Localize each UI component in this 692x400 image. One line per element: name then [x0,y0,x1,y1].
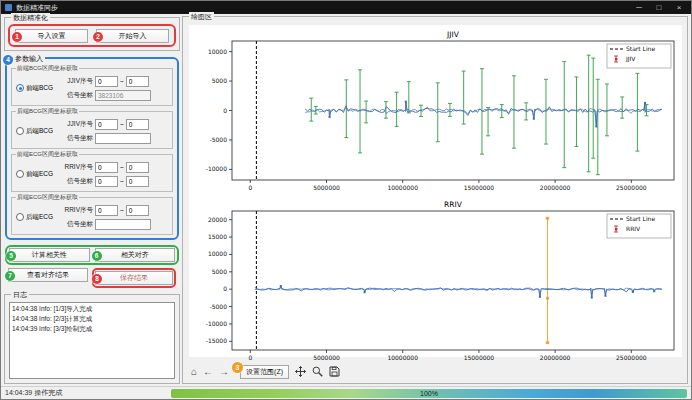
svg-text:15000000: 15000000 [464,184,495,191]
param-group-legend: 后端BCG区间坐标获取 [16,108,79,115]
svg-text:20000: 20000 [208,216,227,223]
set-range-button[interactable]: 设置范围(Z) [240,365,289,379]
svg-text:0: 0 [248,354,252,361]
svg-text:5000000: 5000000 [313,354,340,361]
set-range-wrap: 3 设置范围(Z) [235,365,289,379]
radio-back-ecg[interactable]: 后端ECG [14,213,60,222]
svg-text:15000000: 15000000 [464,354,495,361]
progress-bar: 100% [171,389,687,398]
radio-label: 后端BCG [26,127,53,136]
control-panel: 数据精准化 1 导入设置 2 开始导入 4 参数输入 前端BCG区间坐标获取 [4,16,180,384]
front-bcg-signal-coord-input[interactable] [95,90,151,101]
rriv-chart: 0500000010000000150000002000000025000000… [190,197,681,363]
correlation-align-button[interactable]: 6 相关对齐 [95,248,176,262]
range-separator: ~ [120,78,124,85]
svg-text:0: 0 [223,107,227,114]
svg-text:25000000: 25000000 [616,184,647,191]
view-align-result-label: 查看对齐结果 [27,270,69,280]
jjiv-index-label: JJIV序号 [60,120,93,129]
annotation-step-2: 2 [93,32,103,42]
radio-front-ecg[interactable]: 前端ECG [14,170,60,179]
radio-front-bcg[interactable]: 前端BCG [14,84,60,93]
radio-icon [16,127,24,135]
annotation-step-7: 7 [5,271,15,281]
back-bcg-jjiv-end-input[interactable] [126,119,149,130]
svg-text:15000: 15000 [208,233,227,240]
back-bcg-jjiv-start-input[interactable] [95,119,118,130]
front-ecg-coord-end-input[interactable] [126,176,149,187]
start-import-button[interactable]: 2 开始导入 [96,29,169,43]
plot-area-group: 绘图区 050000001000000015000000200000002500… [182,16,688,384]
svg-text:Start Line: Start Line [626,45,655,52]
svg-text:10000000: 10000000 [387,354,418,361]
zoom-icon[interactable] [312,366,323,377]
svg-text:20000000: 20000000 [540,184,571,191]
correlation-align-label: 相关对齐 [121,250,149,260]
save-result-button[interactable]: 8 保存结果 [95,271,173,285]
svg-text:JJIV: JJIV [446,30,460,39]
maximize-icon[interactable]: □ [651,1,667,14]
minimize-icon[interactable]: ─ [631,1,647,14]
import-settings-label: 导入设置 [38,31,66,41]
radio-back-bcg[interactable]: 后端BCG [14,127,60,136]
svg-text:RRIV: RRIV [626,225,641,232]
radio-icon [16,170,24,178]
params-title: 参数输入 [13,54,45,63]
front-ecg-coord-start-input[interactable] [95,176,118,187]
svg-text:20000000: 20000000 [540,354,571,361]
annotation-step-5: 5 [6,251,16,261]
back-ecg-rriv-start-input[interactable] [95,205,118,216]
log-entry: 14:04:38 Info: [2/3]计算完成 [12,314,172,324]
svg-text:10000: 10000 [208,250,227,257]
param-group-back-bcg: 后端BCG区间坐标获取 后端BCG JJIV序号 ~ [11,111,173,149]
front-ecg-rriv-start-input[interactable] [95,162,118,173]
svg-text:10000000: 10000000 [387,184,418,191]
back-icon[interactable]: ← [203,366,213,377]
home-icon[interactable]: ⌂ [191,366,197,377]
annotation-step-4: 4 [3,55,13,65]
svg-text:5000000: 5000000 [313,184,340,191]
front-bcg-jjiv-end-input[interactable] [126,76,149,87]
back-ecg-signal-coord-input[interactable] [95,219,151,230]
log-list[interactable]: 14:04:38 Info: [1/3]导入完成 14:04:38 Info: … [9,302,175,379]
annotation-step-1: 1 [12,32,22,42]
param-group-legend: 前端BCG区间坐标获取 [16,65,79,72]
front-ecg-rriv-end-input[interactable] [126,162,149,173]
param-group-legend: 前端ECG区间坐标获取 [16,151,79,158]
back-bcg-signal-coord-input[interactable] [95,133,151,144]
app-window: 数据精准同步 ─ □ × 数据精准化 1 导入设置 2 开始导入 4 参数输入 [0,0,692,400]
annotation-step-3: 3 [232,362,243,373]
rriv-index-label: RRIV序号 [60,206,93,215]
svg-text:-10000: -10000 [206,320,227,327]
import-settings-button[interactable]: 1 导入设置 [15,29,88,43]
titlebar: 数据精准同步 ─ □ × [1,1,691,14]
pan-icon[interactable] [295,366,306,377]
radio-label: 前端BCG [26,84,53,93]
param-group-front-bcg: 前端BCG区间坐标获取 前端BCG JJIV序号 ~ [11,68,173,106]
log-entry: 14:04:39 Info: [3/3]绘制完成 [12,324,172,334]
jjiv-chart: 0500000010000000150000002000000025000000… [190,27,681,193]
forward-icon[interactable]: → [219,366,229,377]
view-align-result-button[interactable]: 7 查看对齐结果 [8,268,88,282]
svg-text:25000000: 25000000 [616,354,647,361]
svg-text:0: 0 [248,184,252,191]
range-separator: ~ [120,164,124,171]
annotation-save-box: 8 保存结果 [92,268,176,288]
svg-text:-5000: -5000 [210,136,228,143]
svg-text:10000: 10000 [208,48,227,55]
param-group-legend: 后端ECG区间坐标获取 [16,194,79,201]
save-figure-icon[interactable] [329,366,340,377]
log-group: 日志 14:04:38 Info: [1/3]导入完成 14:04:38 Inf… [4,294,180,384]
close-icon[interactable]: × [671,1,687,14]
back-ecg-rriv-end-input[interactable] [126,205,149,216]
svg-text:JJIV: JJIV [625,55,636,63]
calc-correlation-button[interactable]: 5 计算相关性 [9,248,90,262]
plot-toolbar: ⌂ ← → 3 设置范围(Z) [191,363,340,380]
start-import-label: 开始导入 [119,31,147,41]
statusbar: 14:04:39 操作完成 100% [1,386,691,399]
action-buttons: 5 计算相关性 6 相关对齐 7 查看对齐结果 8 [5,245,179,288]
sync-group: 数据精准化 1 导入设置 2 开始导入 [4,17,180,51]
front-bcg-jjiv-start-input[interactable] [95,76,118,87]
svg-text:5000: 5000 [212,77,227,84]
radio-icon [16,84,24,92]
